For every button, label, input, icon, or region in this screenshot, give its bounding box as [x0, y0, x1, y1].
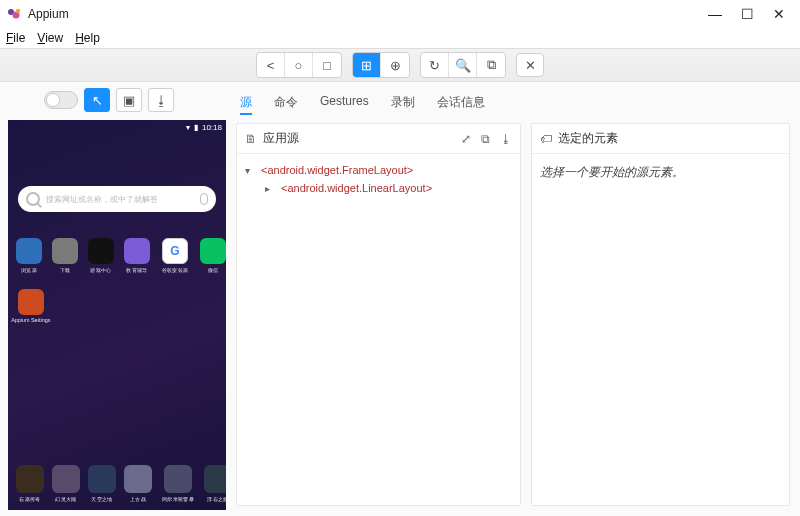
app-label: 微信: [208, 266, 219, 274]
search-icon: [26, 192, 40, 206]
app-icon: [88, 465, 116, 493]
selected-pane-title: 选定的元素: [558, 130, 618, 147]
svg-point-2: [16, 9, 20, 13]
device-app: Appium Settings: [16, 289, 46, 323]
app-icon: [16, 465, 44, 493]
file-icon: 🗎: [245, 132, 257, 146]
selected-pane-header: 🏷 选定的元素: [532, 124, 789, 154]
tap-coordinates-button[interactable]: ▣: [116, 88, 142, 112]
selected-placeholder: 选择一个要开始的源元素。: [540, 165, 684, 179]
device-screenshot[interactable]: ▾ ▮ 10:18 搜索网址或名称，或中了就解答 浏览器下载游戏中心教育辅导G谷…: [8, 120, 226, 510]
selected-element-pane: 🏷 选定的元素 选择一个要开始的源元素。: [531, 123, 790, 506]
view-group: ⊞ ⊕: [352, 52, 410, 78]
app-icon: [124, 465, 152, 493]
tab-session[interactable]: 会话信息: [437, 92, 485, 115]
window-title: Appium: [28, 7, 69, 21]
action-group: ↻ 🔍 ⧉: [420, 52, 506, 78]
nav-group: < ○ □: [256, 52, 342, 78]
grid-view-button[interactable]: ⊞: [353, 53, 381, 77]
app-icon: [164, 465, 192, 493]
copy-icon[interactable]: ⧉: [481, 132, 490, 146]
device-app: 游戏中心: [88, 238, 114, 275]
app-label: 教育辅导: [126, 266, 148, 274]
inspector-tabs: 源 命令 Gestures 录制 会话信息: [236, 86, 790, 123]
window-minimize-button[interactable]: —: [708, 7, 722, 21]
app-icon: [18, 289, 44, 315]
app-label: 幻灵大陆: [55, 495, 77, 503]
app-icon: [6, 6, 22, 22]
tab-source[interactable]: 源: [240, 92, 252, 115]
app-icon: [52, 465, 80, 493]
app-icon: [52, 238, 78, 264]
status-time: 10:18: [202, 123, 222, 132]
menu-view[interactable]: View: [37, 31, 63, 45]
select-element-button[interactable]: ↖: [84, 88, 110, 112]
window-close-button[interactable]: ✕: [772, 7, 786, 21]
wifi-icon: ▾: [186, 123, 190, 132]
source-tree: ▾ <android.widget.FrameLayout> ▸ <androi…: [237, 154, 520, 505]
quit-session-button[interactable]: ✕: [516, 53, 544, 77]
mjpeg-toggle[interactable]: [44, 91, 78, 109]
tree-node-label: <android.widget.FrameLayout>: [261, 164, 413, 176]
device-app: 浏览器: [16, 238, 42, 275]
device-app: 下载: [52, 238, 78, 275]
device-app: 阿尔米斯雷暴: [160, 465, 196, 504]
app-label: 浏览器: [21, 266, 37, 274]
device-app: 幻灵大陆: [52, 465, 80, 504]
device-app: 浮石之旅: [204, 465, 226, 504]
content-area: ↖ ▣ ⭳ ▾ ▮ 10:18 搜索网址或名称，或中了就解答 浏览器下载游戏中心…: [0, 82, 800, 516]
tree-node-root[interactable]: ▾ <android.widget.FrameLayout>: [245, 164, 512, 176]
device-app: G谷歌安装器: [160, 238, 190, 275]
window-titlebar: Appium — ☐ ✕: [0, 0, 800, 28]
app-icon: G: [162, 238, 188, 264]
app-label: 下载: [60, 266, 71, 274]
tree-node-label: <android.widget.LinearLayout>: [281, 182, 432, 194]
device-app: 微信: [200, 238, 226, 275]
signal-icon: ▮: [194, 123, 198, 132]
download-icon[interactable]: ⭳: [500, 132, 512, 146]
main-toolbar: < ○ □ ⊞ ⊕ ↻ 🔍 ⧉ ✕: [0, 48, 800, 82]
app-icon: [200, 238, 226, 264]
tree-node-child[interactable]: ▸ <android.widget.LinearLayout>: [265, 182, 512, 194]
app-label: 浮石之旅: [207, 495, 226, 503]
caret-right-icon[interactable]: ▸: [265, 183, 275, 194]
device-controls: ↖ ▣ ⭳: [8, 88, 226, 112]
app-icon: [204, 465, 226, 493]
screenshot-button[interactable]: ⧉: [477, 53, 505, 77]
device-app-row-2: Appium Settings: [8, 289, 226, 323]
home-circle-button[interactable]: ○: [285, 53, 313, 77]
tab-commands[interactable]: 命令: [274, 92, 298, 115]
search-button[interactable]: 🔍: [449, 53, 477, 77]
device-dock: 石器传奇幻灵大陆天空之地上古战阿尔米斯雷暴浮石之旅: [8, 465, 226, 504]
refresh-button[interactable]: ↻: [421, 53, 449, 77]
window-maximize-button[interactable]: ☐: [740, 7, 754, 21]
menu-file[interactable]: File: [6, 31, 25, 45]
caret-down-icon[interactable]: ▾: [245, 165, 255, 176]
menu-help[interactable]: Help: [75, 31, 100, 45]
web-view-button[interactable]: ⊕: [381, 53, 409, 77]
source-pane: 🗎 应用源 ⤢ ⧉ ⭳ ▾ <android.widget.FrameLayou…: [236, 123, 521, 506]
panes: 🗎 应用源 ⤢ ⧉ ⭳ ▾ <android.widget.FrameLayou…: [236, 123, 790, 506]
source-pane-title: 应用源: [263, 130, 299, 147]
tab-recorder[interactable]: 录制: [391, 92, 415, 115]
app-label: 游戏中心: [90, 266, 112, 274]
overview-square-button[interactable]: □: [313, 53, 341, 77]
selected-pane-body: 选择一个要开始的源元素。: [532, 154, 789, 505]
download-screenshot-button[interactable]: ⭳: [148, 88, 174, 112]
tab-gestures[interactable]: Gestures: [320, 92, 369, 115]
device-app: 石器传奇: [16, 465, 44, 504]
app-icon: [88, 238, 114, 264]
device-search-bar: 搜索网址或名称，或中了就解答: [18, 186, 216, 212]
tag-icon: 🏷: [540, 132, 552, 146]
back-button[interactable]: <: [257, 53, 285, 77]
expand-icon[interactable]: ⤢: [461, 132, 471, 146]
device-app-row-1: 浏览器下载游戏中心教育辅导G谷歌安装器微信: [8, 238, 226, 275]
app-label: Appium Settings: [11, 317, 50, 322]
app-icon: [124, 238, 150, 264]
app-label: 石器传奇: [19, 495, 41, 503]
menubar: File View Help: [0, 28, 800, 48]
app-label: 谷歌安装器: [162, 266, 189, 274]
device-statusbar: ▾ ▮ 10:18: [8, 120, 226, 134]
app-label: 天空之地: [91, 495, 113, 503]
device-app: 教育辅导: [124, 238, 150, 275]
